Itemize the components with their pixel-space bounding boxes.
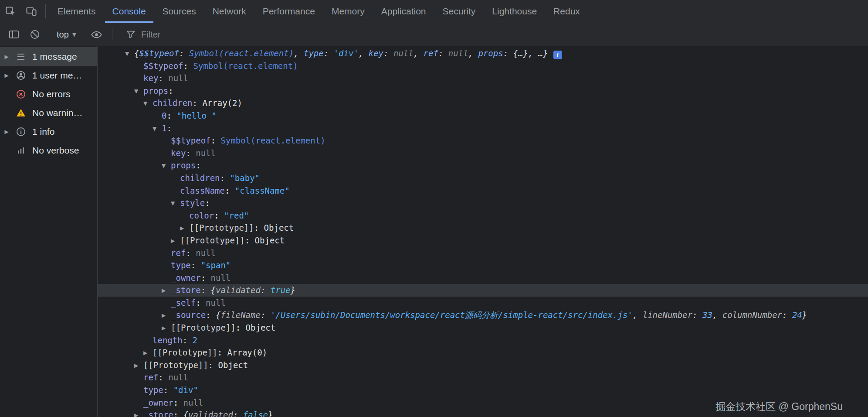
sidebar-item-user[interactable]: ▶1 user me… (0, 66, 97, 85)
token-nul: null (168, 373, 188, 382)
expand-arrow-icon[interactable]: ▶ (171, 235, 180, 247)
live-expression-eye-icon[interactable] (86, 29, 107, 41)
collapse-arrow-icon[interactable]: ▼ (125, 48, 134, 60)
token-obj: : (236, 323, 246, 332)
tab-performance[interactable]: Performance (254, 0, 323, 23)
token-obj: , (712, 310, 722, 320)
console-row[interactable]: ▶_source: {fileName: '/Users/subin/Docum… (98, 309, 868, 321)
sidebar-item-label: No errors (32, 89, 97, 99)
token-key: _store (143, 410, 173, 417)
token-obj: : (261, 310, 271, 320)
toolbar-divider (45, 4, 46, 18)
token-obj: : (438, 48, 448, 58)
sidebar-item-verbose[interactable]: No verbose (0, 141, 97, 160)
console-row: ref: null (98, 371, 868, 384)
collapse-arrow-icon[interactable]: ▼ (171, 197, 180, 210)
token-key: _owner (143, 398, 173, 407)
console-sidebar-toggle-icon[interactable] (3, 29, 24, 40)
expand-arrow-icon[interactable]: ▶ (134, 409, 143, 417)
chevron-down-icon: ▼ (72, 31, 76, 38)
console-row[interactable]: ▼children: Array(2) (98, 97, 868, 109)
token-obj: : (225, 186, 235, 195)
tab-lighthouse[interactable]: Lighthouse (484, 0, 545, 23)
console-row[interactable]: ▼{$$typeof: Symbol(react.element), type:… (98, 47, 868, 60)
console-row[interactable]: ▼props: (98, 85, 868, 97)
token-obj: , (468, 48, 478, 58)
token-obj: : (183, 61, 193, 71)
tab-memory[interactable]: Memory (323, 0, 373, 23)
console-panel: ▶1 message▶1 user me…No errorsNo warnin…… (0, 46, 868, 417)
collapse-arrow-icon[interactable]: ▼ (134, 85, 143, 98)
expand-caret-icon[interactable]: ▶ (0, 72, 13, 79)
sidebar-item-info[interactable]: ▶1 info (0, 122, 97, 141)
tab-sources[interactable]: Sources (154, 0, 204, 23)
token-key: style (180, 198, 205, 208)
token-str: "div" (173, 385, 198, 395)
expand-arrow-icon[interactable]: ▶ (143, 347, 153, 359)
expand-arrow-icon[interactable]: ▶ (162, 309, 171, 322)
console-row: $$typeof: Symbol(react.element) (98, 134, 868, 147)
info-icon[interactable]: i (553, 51, 562, 59)
console-row[interactable]: ▶[[Prototype]]: Object (98, 234, 868, 247)
collapse-arrow-icon[interactable]: ▼ (153, 123, 162, 135)
sidebar-item-label: 1 message (32, 51, 97, 62)
sidebar-item-error[interactable]: No errors (0, 85, 97, 103)
console-row[interactable]: ▼1: (98, 122, 868, 135)
console-row: key: null (98, 72, 868, 85)
console-row[interactable]: ▶[[Prototype]]: Object (98, 321, 868, 334)
expand-arrow-icon[interactable]: ▶ (134, 359, 143, 372)
expand-caret-icon[interactable]: ▶ (0, 54, 13, 60)
console-row[interactable]: ▼style: (98, 197, 868, 209)
verbose-icon (13, 145, 29, 156)
expand-arrow-icon[interactable]: ▶ (180, 222, 189, 235)
token-key: $$typeof (171, 136, 211, 145)
funnel-filter-icon (125, 29, 136, 40)
inspect-element-icon[interactable] (0, 0, 21, 23)
tab-console[interactable]: Console (104, 0, 154, 23)
messages-icon (13, 51, 29, 62)
token-obj: : (205, 198, 210, 208)
console-messages: ▼{$$typeof: Symbol(react.element), type:… (98, 46, 868, 417)
token-obj: , (414, 48, 424, 58)
token-pkey: validated (216, 285, 261, 295)
token-nul: null (393, 48, 414, 58)
token-bkey: type (304, 48, 324, 58)
token-obj: , (359, 48, 369, 58)
device-toolbar-icon[interactable] (21, 0, 42, 23)
token-obj: Object (218, 360, 248, 370)
expand-caret-icon[interactable]: ▶ (0, 129, 13, 135)
javascript-context-selector[interactable]: top ▼ (57, 30, 76, 40)
console-row[interactable]: ▶[[Prototype]]: Object (98, 359, 868, 372)
console-row[interactable]: ▶[[Prototype]]: Object (98, 222, 868, 234)
console-row[interactable]: ▶[[Prototype]]: Array(0) (98, 346, 868, 359)
console-row[interactable]: ▶_store: {validated: false} (98, 409, 868, 417)
tab-redux[interactable]: Redux (545, 0, 588, 23)
sidebar-item-warning[interactable]: No warnin… (0, 103, 97, 122)
token-obj: : (186, 248, 196, 258)
collapse-arrow-icon[interactable]: ▼ (162, 160, 171, 172)
tab-application[interactable]: Application (373, 0, 434, 23)
console-row[interactable]: ▼props: (98, 159, 868, 172)
token-key: props (171, 161, 196, 170)
token-key: _self (171, 298, 196, 308)
tab-elements[interactable]: Elements (49, 0, 104, 23)
token-str: "red" (224, 211, 249, 220)
token-str: '/Users/subin/Documents/workspace/react源… (271, 310, 633, 320)
token-obj: : (158, 373, 168, 382)
tab-security[interactable]: Security (434, 0, 484, 23)
token-key: color (189, 211, 214, 220)
filter-input[interactable]: Filter (125, 29, 160, 40)
expand-arrow-icon[interactable]: ▶ (162, 322, 171, 335)
clear-console-icon[interactable] (24, 29, 45, 40)
sidebar-item-messages[interactable]: ▶1 message (0, 47, 97, 66)
console-row[interactable]: ▶_store: {validated: true} (98, 284, 868, 297)
token-bkey: ref (424, 48, 438, 58)
sidebar-item-label: No verbose (32, 145, 97, 156)
token-num: 33 (702, 310, 712, 320)
tab-network[interactable]: Network (204, 0, 254, 23)
expand-arrow-icon[interactable]: ▶ (162, 284, 171, 297)
token-key: children (180, 173, 220, 183)
collapse-arrow-icon[interactable]: ▼ (143, 97, 153, 110)
token-obj: : (324, 48, 334, 58)
token-str: "span" (201, 260, 231, 270)
